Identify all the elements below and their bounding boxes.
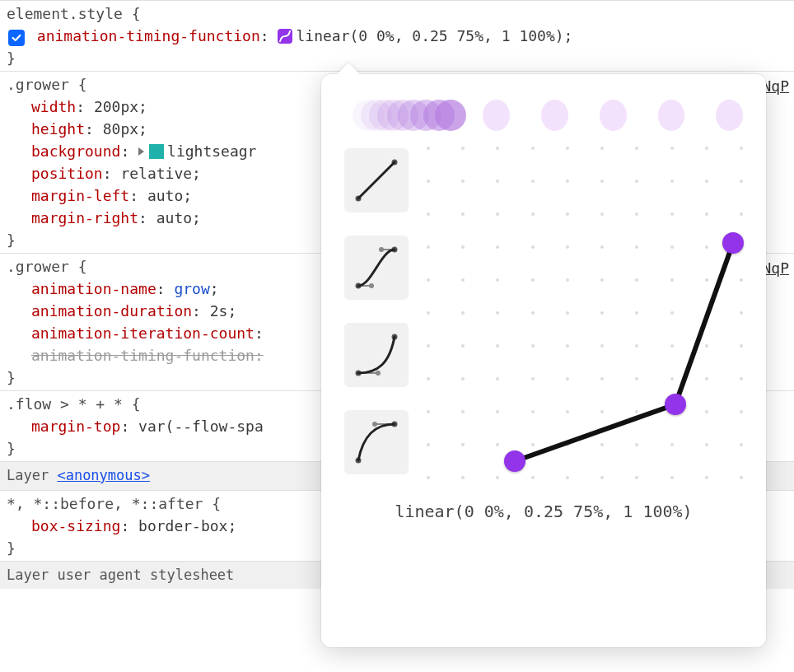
easing-editor-popover: linear(0 0%, 0.25 75%, 1 100%) [321,74,766,647]
svg-point-12 [376,371,381,376]
curve-handle-start[interactable] [504,450,525,472]
svg-point-7 [369,283,374,288]
open-brace: { [132,5,141,22]
decl-animation-timing-function[interactable]: animation-timing-function: linear(0 0%, … [7,25,787,47]
preview-ball [541,100,568,131]
preview-ball [716,100,743,131]
preview-ball [483,100,510,131]
curve-handle-end[interactable] [722,232,744,254]
animation-preview [344,97,743,133]
selector: .grower [7,258,69,275]
layer-label-text: Layer [7,467,57,483]
expand-triangle-icon[interactable] [138,147,144,156]
preset-ease-in[interactable] [344,323,409,387]
enable-checkbox[interactable] [8,30,25,46]
preset-linear[interactable] [344,148,409,212]
property-value[interactable]: linear(0 0%, 0.25 75%, 1 100%) [296,27,563,44]
selector: .grower [7,76,69,93]
rule-element-style: element.style { animation-timing-functio… [0,0,794,71]
preset-ease-out[interactable] [344,410,409,474]
easing-swatch-icon[interactable] [278,29,292,44]
selector: element.style [7,5,123,22]
close-brace: } [7,49,16,67]
preview-ball-trail [353,97,451,133]
preview-ball [658,100,685,131]
selector: *, *::before, *::after [7,495,203,512]
easing-presets [344,148,410,478]
source-link[interactable]: NqP [762,75,789,97]
preview-ball [600,100,627,131]
svg-point-16 [372,422,377,427]
curve-handle-mid[interactable] [665,394,686,415]
curve-value-label: linear(0 0%, 0.25 75%, 1 100%) [344,499,743,524]
layer-link[interactable]: <anonymous> [57,467,150,483]
color-swatch-icon[interactable] [149,144,164,159]
preset-ease-in-out[interactable] [344,236,409,300]
source-link[interactable]: NqP [762,257,789,279]
curve-editor[interactable] [428,148,741,478]
svg-point-8 [379,247,384,252]
selector: .flow > * + * [7,395,123,413]
curve-path [428,148,741,478]
svg-line-2 [358,162,395,198]
property-name: animation-timing-function [37,27,260,44]
